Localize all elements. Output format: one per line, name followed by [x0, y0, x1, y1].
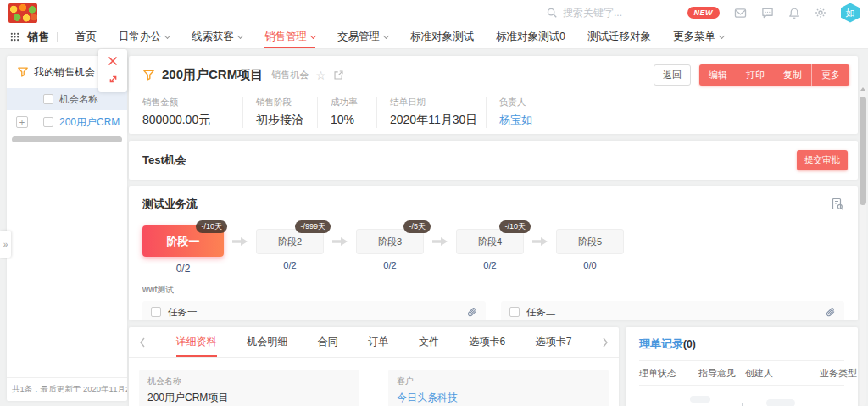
nav-item-home[interactable]: 首页: [75, 25, 97, 48]
task-2-checkbox[interactable]: [509, 307, 520, 317]
page-title: 200用户CRM项目: [162, 67, 263, 83]
approval-title: Test机会: [142, 153, 186, 168]
list-title[interactable]: 我的销售机会: [34, 65, 95, 80]
nav-item-trade-management[interactable]: 交易管理: [337, 25, 388, 48]
app-grid-icon[interactable]: [10, 32, 19, 42]
stage-2-progress: 0/2: [283, 260, 296, 270]
stage-3-progress: 0/2: [383, 260, 396, 270]
list-footer-status: 共1条，最后更新于 2020年11月21日: [7, 377, 127, 401]
action-button-group: 编辑 打印 复制 更多: [699, 64, 849, 86]
nav-divider: [57, 32, 58, 42]
top-bar: NEW 如: [0, 0, 868, 25]
nav-item-lead-acquisition[interactable]: 线索获客: [192, 25, 242, 48]
task-2-label: 任务二: [526, 306, 556, 319]
edit-button[interactable]: 编辑: [699, 64, 737, 86]
stage-3: -/5天 阶段3 0/2: [356, 225, 424, 270]
flow-arrow-icon: [431, 236, 448, 247]
select-all-checkbox[interactable]: [43, 94, 53, 104]
funnel-icon: [17, 66, 29, 78]
task-item-1: 任务一: [142, 301, 486, 320]
stage-4-progress: 0/2: [483, 260, 496, 270]
tab-order[interactable]: 订单: [368, 327, 388, 357]
stage-2: -/999天 阶段2 0/2: [256, 225, 324, 270]
global-search: [546, 7, 656, 19]
stage-4-deadline-badge: -/10天: [499, 220, 531, 233]
expand-row-button[interactable]: +: [16, 116, 28, 128]
empty-state-illustration: [639, 392, 844, 406]
approval-card: Test机会 提交审批: [129, 141, 858, 180]
flow-arrow-icon: [531, 236, 548, 247]
stage-1: -/10天 阶段一 0/2: [142, 225, 224, 275]
tab-bar: 详细资料 机会明细 合同 订单 文件 选项卡6 选项卡7: [129, 327, 619, 358]
business-flow-card: 测试业务流 -/10天 阶段一 0/2 -/99: [129, 186, 858, 320]
app-logo[interactable]: [8, 3, 37, 23]
stage-flow: -/10天 阶段一 0/2 -/999天 阶段2 0/2 -/5天 阶段: [142, 225, 844, 275]
new-badge: NEW: [687, 7, 721, 19]
user-avatar[interactable]: 如: [841, 3, 860, 23]
customer-link[interactable]: 今日头条科技: [397, 391, 600, 405]
tab-detail-info[interactable]: 详细资料: [176, 327, 217, 357]
horizontal-scrollbar[interactable]: [12, 136, 122, 142]
column-header-name: 机会名称: [59, 93, 98, 106]
tabs-scroll-left-icon[interactable]: [139, 337, 146, 348]
paperclip-icon[interactable]: [825, 307, 836, 318]
owner-link[interactable]: 杨宝如: [499, 113, 532, 128]
tab-files[interactable]: 文件: [419, 327, 439, 357]
favorite-star-icon[interactable]: ☆: [315, 70, 326, 81]
close-icon[interactable]: [108, 56, 118, 66]
detail-tabs-card: 详细资料 机会明细 合同 订单 文件 选项卡6 选项卡7 机会名称 200用户C…: [129, 327, 619, 406]
stage-5: 阶段5 0/0: [556, 225, 624, 270]
nav-item-sales-management[interactable]: 销售管理: [264, 25, 315, 48]
nav-item-daily-office[interactable]: 日常办公: [119, 25, 170, 48]
paperclip-icon[interactable]: [466, 307, 477, 318]
bell-icon[interactable]: [788, 7, 800, 19]
opportunity-list-panel: 我的销售机会 机会名称 + 200用户CRM 共1条，最后更新于 2020年11…: [7, 56, 127, 401]
field-sales-stage: 销售阶段 初步接洽: [242, 97, 317, 128]
tabs-scroll-right-icon[interactable]: [602, 337, 609, 348]
gear-icon[interactable]: [815, 7, 826, 19]
tab-opportunity-detail[interactable]: 机会明细: [247, 327, 287, 357]
record-type-label: 销售机会: [271, 69, 309, 81]
stage-5-button[interactable]: 阶段5: [556, 229, 624, 254]
flow-log-search-icon[interactable]: [831, 197, 844, 211]
stage-3-deadline-badge: -/5天: [403, 220, 431, 233]
collapse-sidebar-handle[interactable]: »: [0, 231, 11, 258]
field-owner: 负责人 杨宝如: [486, 97, 541, 128]
nav-item-standard-object-test[interactable]: 标准对象测试: [410, 25, 474, 48]
back-button[interactable]: 返回: [654, 64, 691, 86]
field-close-date: 结单日期 2020年11月30日: [376, 97, 486, 128]
flow-arrow-icon: [331, 236, 348, 247]
opportunity-link[interactable]: 200用户CRM: [59, 115, 120, 130]
field-customer: 客户 今日头条科技: [388, 370, 609, 406]
nav-item-migration-object-test[interactable]: 测试迁移对象: [587, 25, 651, 48]
expand-diagonal-icon[interactable]: [108, 74, 119, 85]
scrollbar-thumb[interactable]: [860, 97, 866, 205]
tab-contract[interactable]: 合同: [318, 327, 338, 357]
print-button[interactable]: 打印: [737, 64, 774, 86]
order-records-card: 理单记录(0) 理单状态 指导意见 创建人 业务类型: [626, 327, 858, 406]
field-sales-amount: 销售金额 800000.00元: [142, 97, 242, 128]
task-item-2: 任务二: [501, 301, 844, 320]
inbox-icon[interactable]: [734, 8, 747, 19]
content-area: 我的销售机会 机会名称 + 200用户CRM 共1条，最后更新于 2020年11…: [0, 49, 868, 406]
search-input[interactable]: [563, 7, 656, 19]
main-nav: 销售 首页 日常办公 线索获客 销售管理 交易管理 标准对象测试 标准对象测试0…: [0, 25, 868, 49]
nav-item-more-menu[interactable]: 更多菜单: [673, 25, 724, 48]
records-count: (0): [683, 338, 696, 350]
chat-icon[interactable]: [761, 7, 774, 19]
row-checkbox[interactable]: [43, 117, 53, 127]
app-name: 销售: [27, 30, 49, 45]
stage-5-progress: 0/0: [583, 260, 596, 270]
submit-approval-button[interactable]: 提交审批: [797, 150, 848, 170]
nav-item-standard-object-test0[interactable]: 标准对象测试0: [496, 25, 565, 48]
open-external-icon[interactable]: [333, 70, 344, 81]
flow-note: wwf测试: [142, 284, 844, 296]
tab-option7[interactable]: 选项卡7: [536, 327, 572, 357]
more-button[interactable]: 更多: [811, 64, 849, 86]
copy-button[interactable]: 复制: [774, 64, 811, 86]
task-1-checkbox[interactable]: [151, 307, 161, 317]
vertical-scrollbar[interactable]: [860, 86, 866, 406]
scroll-up-arrow[interactable]: [860, 87, 865, 91]
tab-option6[interactable]: 选项卡6: [469, 327, 505, 357]
table-row: + 200用户CRM: [7, 110, 127, 134]
